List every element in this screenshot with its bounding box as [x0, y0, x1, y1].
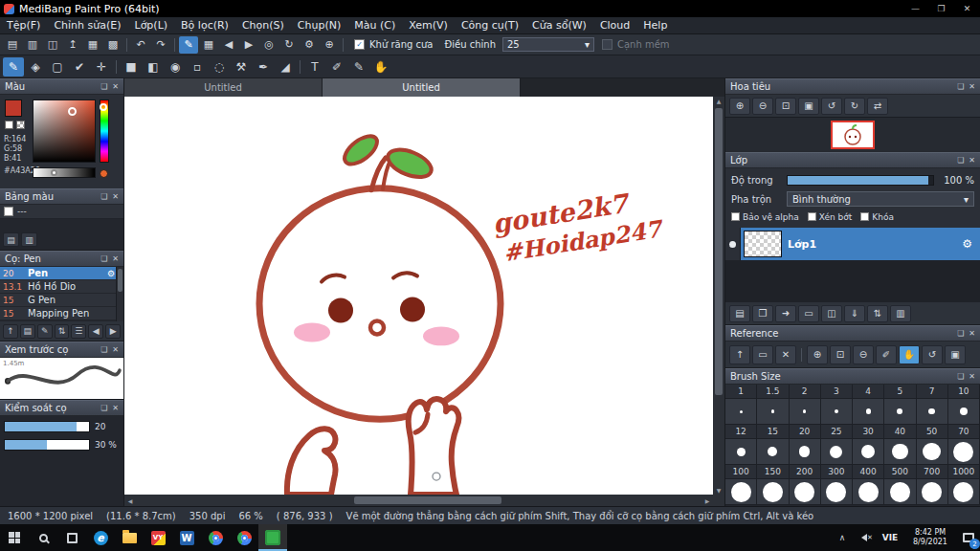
ref-zoom-in-button[interactable]: ⊕: [807, 345, 828, 364]
taskbar-clock[interactable]: 8:42 PM 8/9/2021: [903, 528, 957, 547]
snap-next-button[interactable]: ▶: [239, 36, 258, 54]
hand-tool-button[interactable]: ✋: [370, 57, 391, 77]
add-brush-button[interactable]: ▤: [20, 324, 35, 339]
brush-size-option-1000[interactable]: [948, 479, 980, 505]
soft-edge-checkbox[interactable]: [602, 39, 612, 50]
close-icon[interactable]: ✕: [969, 329, 975, 338]
snap-grid-button[interactable]: ▦: [199, 36, 218, 54]
lasso-tool-button[interactable]: ◌: [209, 57, 230, 77]
brush-size-option-300[interactable]: [821, 479, 853, 505]
menu-item-4[interactable]: Bộ lọc(R): [174, 17, 235, 33]
tab-untitled-2[interactable]: Untitled: [323, 78, 521, 97]
reorder-brush-button[interactable]: ⇅: [55, 324, 70, 339]
select-rect-tool-button[interactable]: ▫: [187, 57, 208, 77]
menu-item-2[interactable]: Chỉnh sửa(E): [47, 17, 127, 33]
reorder-layer-button[interactable]: ⇅: [867, 305, 888, 322]
brush-size-option-25[interactable]: [821, 439, 853, 465]
snap-prev-button[interactable]: ◀: [219, 36, 238, 54]
brush-sort-up-button[interactable]: ↑: [3, 324, 18, 339]
taskbar-app-active[interactable]: [258, 524, 287, 551]
antialias-checkbox[interactable]: ✓: [354, 39, 365, 50]
brush-menu-button[interactable]: ☰: [71, 324, 86, 339]
ref-zoom-fit-button[interactable]: ⊡: [830, 345, 851, 364]
brush-size-option-200[interactable]: [790, 479, 821, 505]
brush-size-option-500[interactable]: [884, 479, 916, 505]
add-swatch-button[interactable]: ▤: [3, 232, 19, 247]
close-icon[interactable]: ✕: [112, 345, 119, 354]
lock-checkbox[interactable]: Khóa: [860, 212, 894, 222]
nav-rotate-right-button[interactable]: ↻: [844, 98, 865, 115]
ref-folder-button[interactable]: ▭: [752, 345, 773, 364]
action-center-button[interactable]: 2: [957, 524, 980, 551]
close-icon[interactable]: ✕: [969, 82, 975, 91]
brush-size-option-15[interactable]: [757, 439, 789, 465]
taskbar-app-edge[interactable]: e: [86, 524, 115, 551]
ref-load-button[interactable]: ↑: [729, 345, 750, 364]
scroll-up-icon[interactable]: ▲: [713, 98, 724, 104]
export-file-button[interactable]: ↥: [63, 36, 82, 54]
popout-icon[interactable]: ❏: [957, 329, 964, 338]
brush-size-option-4[interactable]: [853, 399, 884, 425]
brush-size-option-1.5[interactable]: [757, 399, 789, 425]
snap-settings-button[interactable]: ⚙: [300, 36, 319, 54]
close-icon[interactable]: ✕: [969, 156, 975, 165]
brush-size-option-7[interactable]: [917, 399, 948, 425]
taskbar-app-chrome[interactable]: [201, 524, 230, 551]
adjust-dropdown[interactable]: 25 ▾: [502, 37, 594, 52]
brush-scroll-thumb[interactable]: [118, 269, 122, 292]
menu-item-7[interactable]: Màu (C): [347, 17, 402, 33]
snap-vanishing-point-button[interactable]: ⊕: [320, 36, 339, 54]
brightness-slider[interactable]: [33, 167, 96, 178]
volume-button[interactable]: ✕: [854, 524, 877, 551]
brush-size-option-3[interactable]: [821, 399, 853, 425]
close-icon[interactable]: ✕: [112, 192, 119, 201]
language-indicator[interactable]: VIE: [877, 524, 903, 551]
close-icon[interactable]: ✕: [112, 404, 119, 412]
eraser-tool-button[interactable]: ◈: [25, 57, 46, 77]
brush-size-option-40[interactable]: [884, 439, 916, 465]
brush-size-option-20[interactable]: [790, 439, 821, 465]
layer-item-lop1[interactable]: Lớp1 ⚙: [725, 228, 980, 260]
brush-size-slider[interactable]: [4, 421, 90, 432]
brush-scroll-right-button[interactable]: ▶: [105, 324, 121, 339]
brush-size-option-700[interactable]: [917, 479, 948, 505]
brush-size-option-5[interactable]: [884, 399, 916, 425]
popout-icon[interactable]: ❏: [100, 404, 107, 412]
close-button[interactable]: ✕: [954, 0, 980, 17]
popout-icon[interactable]: ❏: [957, 156, 964, 165]
redo-button[interactable]: ↷: [151, 36, 170, 54]
maximize-button[interactable]: ❐: [928, 0, 954, 17]
horizontal-scrollbar[interactable]: ◀ ▶: [124, 495, 713, 506]
hue-slider[interactable]: [100, 99, 109, 163]
transparent-color-swatch[interactable]: [16, 121, 25, 129]
secondary-color-swatch[interactable]: [5, 121, 13, 129]
grid-view-button[interactable]: ▦: [83, 36, 102, 54]
navigator-view[interactable]: [725, 118, 980, 152]
search-button[interactable]: [29, 524, 57, 551]
brush-settings-icon[interactable]: ⚙: [107, 269, 115, 278]
task-view-button[interactable]: [57, 524, 86, 551]
start-button[interactable]: [0, 524, 29, 551]
tray-expand-button[interactable]: ∧: [831, 524, 854, 551]
ref-hand-button[interactable]: ✋: [899, 345, 920, 364]
menu-item-12[interactable]: Help: [636, 17, 674, 33]
blend-mode-dropdown[interactable]: Bình thường ▾: [787, 191, 974, 207]
clipping-checkbox[interactable]: Xén bớt: [808, 212, 853, 222]
snap-concentric-button[interactable]: ◎: [259, 36, 278, 54]
new-canvas-button[interactable]: ▤: [3, 36, 22, 54]
brush-size-option-10[interactable]: [948, 399, 980, 425]
palette-item[interactable]: ---: [0, 205, 123, 219]
brush-size-option-70[interactable]: [948, 439, 980, 465]
brush-size-option-100[interactable]: [725, 479, 757, 505]
brush-item-hồ-hồ-dio[interactable]: 13.1Hồ Hồ Dio: [0, 280, 123, 294]
add-layer-button[interactable]: ▤: [729, 305, 750, 322]
brush-item-mapping-pen[interactable]: 15Mapping Pen: [0, 307, 123, 320]
menu-item-8[interactable]: Xem(V): [402, 17, 455, 33]
fill-ellipse-tool-button[interactable]: ◉: [165, 57, 186, 77]
brush-size-option-400[interactable]: [853, 479, 884, 505]
brush-item-g-pen[interactable]: 15G Pen: [0, 294, 123, 307]
scroll-left-icon[interactable]: ◀: [124, 497, 136, 504]
menu-item-1[interactable]: Tệp(F): [0, 17, 47, 33]
operation-tool-button[interactable]: ⚒: [231, 57, 252, 77]
vertical-scroll-thumb[interactable]: [715, 108, 723, 395]
